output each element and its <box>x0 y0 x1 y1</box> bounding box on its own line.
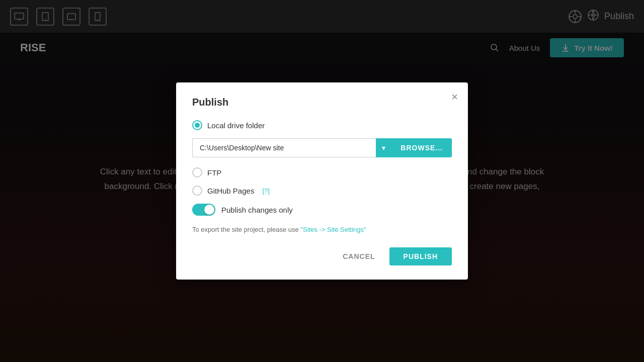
dialog-title: Publish <box>192 97 452 108</box>
radio-ftp-circle <box>192 167 202 177</box>
radio-local-label: Local drive folder <box>207 121 265 130</box>
publish-dialog: Publish × Local drive folder ▾ BROWSE...… <box>176 82 468 280</box>
dialog-overlay: Publish × Local drive folder ▾ BROWSE...… <box>0 0 644 362</box>
path-row: ▾ BROWSE... <box>192 138 452 157</box>
path-dropdown-button[interactable]: ▾ <box>376 138 391 157</box>
radio-ftp[interactable]: FTP <box>192 167 452 177</box>
radio-local[interactable]: Local drive folder <box>192 120 452 130</box>
export-note-text: To export the site project, please use <box>192 226 300 233</box>
radio-github-circle <box>192 186 202 196</box>
radio-local-circle <box>192 120 202 130</box>
dialog-footer: CANCEL PUBLISH <box>192 247 452 265</box>
toggle-thumb <box>204 205 214 215</box>
export-settings-link[interactable]: "Sites -> Site Settings" <box>300 226 366 233</box>
browse-button[interactable]: BROWSE... <box>391 138 452 157</box>
github-help-link[interactable]: [?] <box>262 187 269 195</box>
toggle-row: Publish changes only <box>192 204 452 216</box>
radio-ftp-label: FTP <box>207 168 221 177</box>
export-note: To export the site project, please use "… <box>192 226 452 233</box>
publish-changes-toggle[interactable] <box>192 204 215 216</box>
radio-github[interactable]: GitHub Pages [?] <box>192 186 452 196</box>
radio-github-label: GitHub Pages <box>207 187 254 195</box>
cancel-button[interactable]: CANCEL <box>335 247 383 265</box>
dialog-close-button[interactable]: × <box>451 90 458 104</box>
dropdown-arrow: ▾ <box>382 144 385 152</box>
radio-local-dot <box>195 123 200 128</box>
path-input[interactable] <box>192 138 376 157</box>
toggle-label: Publish changes only <box>221 206 293 214</box>
publish-dialog-button[interactable]: PUBLISH <box>389 247 452 265</box>
